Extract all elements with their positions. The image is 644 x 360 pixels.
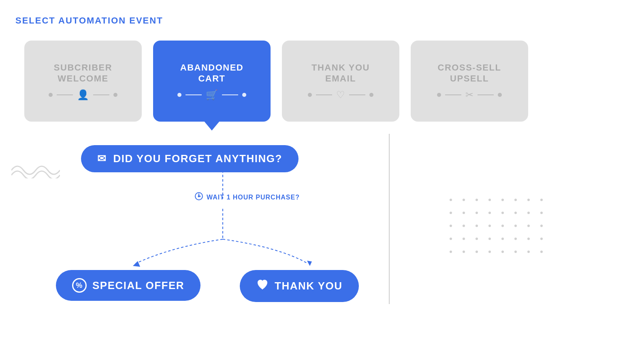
card-cross-sell-upsell-label: CROSS-SELL UPSELL [438, 62, 501, 84]
grid-dot [514, 251, 517, 253]
grid-dot [488, 225, 491, 227]
grid-dot [450, 251, 452, 253]
dot-left [177, 93, 181, 97]
cards-row: SUBCRIBER WELCOME 👤 ABANDONED CART 🛒 THA… [24, 41, 528, 122]
card-subscriber-welcome[interactable]: SUBCRIBER WELCOME 👤 [24, 41, 142, 122]
wait-label: WAIT 1 HOUR PURCHASE? [194, 192, 300, 203]
vertical-divider-line [389, 134, 390, 304]
card-thank-you-email-label: THANK YOU EMAIL [311, 62, 370, 84]
grid-dot [463, 199, 465, 201]
thank-you-label: THANK YOU [275, 280, 343, 292]
heart-filled-icon [256, 278, 269, 294]
dot-grid-decoration [450, 199, 548, 258]
grid-dot [527, 238, 530, 240]
did-you-forget-label: DID YOU FORGET ANYTHING? [113, 152, 282, 165]
page-title: SELECT AUTOMATION EVENT [15, 15, 163, 26]
clock-icon [194, 192, 203, 203]
grid-dot [463, 251, 465, 253]
dot-right [113, 93, 117, 97]
grid-dot [488, 212, 491, 214]
grid-dot [514, 212, 517, 214]
svg-marker-2 [133, 261, 140, 267]
line-seg-left [57, 94, 73, 95]
special-offer-label: SPECIAL OFFER [92, 279, 184, 292]
card-thank-you-email[interactable]: THANK YOU EMAIL ♡ [282, 41, 399, 122]
grid-dot [450, 212, 452, 214]
grid-dot [540, 225, 543, 227]
grid-dot [488, 199, 491, 201]
did-you-forget-button[interactable]: ✉ DID YOU FORGET ANYTHING? [81, 145, 299, 172]
special-offer-button[interactable]: % SPECIAL OFFER [56, 270, 200, 301]
grid-dot [488, 251, 491, 253]
line-seg-right [478, 94, 494, 95]
svg-marker-3 [307, 261, 312, 266]
grid-dot [501, 225, 504, 227]
card-cross-sell-upsell[interactable]: CROSS-SELL UPSELL ✂ [411, 41, 528, 122]
line-seg-right [222, 94, 238, 95]
line-seg-left [316, 94, 332, 95]
grid-dot [540, 212, 543, 214]
grid-dot [476, 238, 478, 240]
wait-text: WAIT 1 HOUR PURCHASE? [207, 194, 300, 201]
thank-you-button[interactable]: THANK YOU [240, 270, 359, 302]
card-cross-sell-upsell-icon-row: ✂ [437, 89, 502, 101]
grid-dot [540, 199, 543, 201]
grid-dot [540, 251, 543, 253]
cart-icon: 🛒 [206, 89, 218, 101]
card-thank-you-email-icon-row: ♡ [308, 89, 373, 101]
card-abandoned-cart[interactable]: ABANDONED CART 🛒 [153, 41, 271, 122]
card-subscriber-welcome-icon-row: 👤 [49, 89, 117, 101]
grid-dot [527, 251, 530, 253]
grid-dot [450, 225, 452, 227]
grid-dot [501, 238, 504, 240]
grid-dot [514, 238, 517, 240]
line-seg-right [93, 94, 109, 95]
dot-right [369, 93, 373, 97]
dot-left [437, 93, 441, 97]
grid-dot [463, 225, 465, 227]
grid-dot [476, 225, 478, 227]
grid-dot [463, 238, 465, 240]
card-abandoned-cart-label: ABANDONED CART [180, 62, 244, 84]
card-subscriber-welcome-label: SUBCRIBER WELCOME [54, 62, 112, 84]
card-abandoned-cart-icon-row: 🛒 [177, 89, 246, 101]
percent-icon: % [72, 278, 87, 293]
grid-dot [450, 199, 452, 201]
wave-decoration [11, 158, 60, 181]
dot-right [498, 93, 502, 97]
grid-dot [514, 225, 517, 227]
grid-dot [501, 251, 504, 253]
person-icon: 👤 [77, 89, 89, 101]
grid-dot [476, 251, 478, 253]
line-seg-left [445, 94, 461, 95]
grid-dot [540, 238, 543, 240]
grid-dot [527, 199, 530, 201]
grid-dot [514, 199, 517, 201]
grid-dot [476, 212, 478, 214]
grid-dot [501, 199, 504, 201]
line-seg-right [349, 94, 365, 95]
grid-dot [527, 225, 530, 227]
grid-dot [476, 199, 478, 201]
envelope-icon: ✉ [97, 152, 107, 165]
grid-dot [501, 212, 504, 214]
dot-left [49, 93, 53, 97]
line-seg-left [186, 94, 202, 95]
scissors-icon: ✂ [465, 89, 473, 101]
grid-dot [463, 212, 465, 214]
dot-left [308, 93, 312, 97]
dot-right [242, 93, 246, 97]
grid-dot [450, 238, 452, 240]
heart-icon: ♡ [336, 89, 345, 101]
grid-dot [527, 212, 530, 214]
grid-dot [488, 238, 491, 240]
